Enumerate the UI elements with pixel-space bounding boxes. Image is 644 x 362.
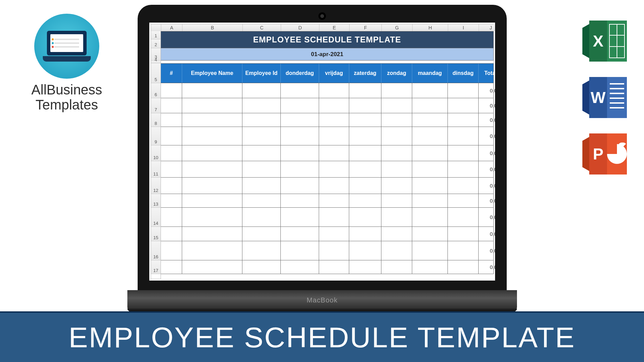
table-cell[interactable] <box>381 161 412 177</box>
table-cell[interactable] <box>182 98 242 113</box>
table-cell[interactable] <box>349 260 381 274</box>
table-cell[interactable]: 0,00 <box>479 178 495 194</box>
table-cell[interactable] <box>381 83 412 98</box>
table-cell[interactable] <box>242 83 281 98</box>
table-cell[interactable] <box>182 241 242 260</box>
table-cell[interactable] <box>182 194 242 207</box>
table-cell[interactable] <box>412 241 448 260</box>
table-cell[interactable] <box>182 113 242 127</box>
table-cell[interactable] <box>412 208 448 227</box>
table-cell[interactable] <box>448 178 479 194</box>
table-cell[interactable] <box>412 83 448 98</box>
table-cell[interactable] <box>161 83 182 98</box>
table-cell[interactable] <box>242 178 281 194</box>
table-cell[interactable] <box>319 113 349 127</box>
table-cell[interactable] <box>182 227 242 241</box>
table-cell[interactable] <box>448 208 479 227</box>
table-cell[interactable] <box>412 113 448 127</box>
table-cell[interactable] <box>242 208 281 227</box>
table-cell[interactable] <box>182 208 242 227</box>
table-cell[interactable] <box>448 161 479 177</box>
table-cell[interactable] <box>161 145 182 161</box>
table-cell[interactable]: 0,00 <box>479 83 495 98</box>
table-cell[interactable] <box>161 194 182 207</box>
table-cell[interactable] <box>381 145 412 161</box>
table-cell[interactable] <box>349 241 381 260</box>
table-cell[interactable] <box>319 227 349 241</box>
table-cell[interactable] <box>242 145 281 161</box>
table-cell[interactable] <box>281 208 319 227</box>
table-cell[interactable] <box>349 178 381 194</box>
table-cell[interactable] <box>281 98 319 113</box>
table-cell[interactable] <box>448 113 479 127</box>
table-cell[interactable] <box>319 145 349 161</box>
table-cell[interactable] <box>161 260 182 274</box>
table-cell[interactable] <box>182 178 242 194</box>
table-cell[interactable] <box>182 260 242 274</box>
table-cell[interactable] <box>412 227 448 241</box>
table-cell[interactable] <box>319 241 349 260</box>
table-cell[interactable] <box>412 98 448 113</box>
table-cell[interactable] <box>349 98 381 113</box>
table-cell[interactable]: 0,00 <box>479 227 495 241</box>
table-cell[interactable] <box>349 113 381 127</box>
table-cell[interactable] <box>448 83 479 98</box>
table-cell[interactable] <box>319 161 349 177</box>
table-cell[interactable] <box>242 194 281 207</box>
table-cell[interactable] <box>448 260 479 274</box>
table-cell[interactable] <box>242 127 281 145</box>
table-cell[interactable]: 0,00 <box>479 127 495 145</box>
table-cell[interactable] <box>349 161 381 177</box>
table-cell[interactable] <box>182 83 242 98</box>
table-cell[interactable]: 0,00 <box>479 260 495 274</box>
table-cell[interactable] <box>448 145 479 161</box>
table-cell[interactable] <box>381 178 412 194</box>
table-cell[interactable] <box>281 241 319 260</box>
table-cell[interactable] <box>349 194 381 207</box>
table-cell[interactable]: 0,00 <box>479 98 495 113</box>
table-cell[interactable] <box>161 208 182 227</box>
table-cell[interactable] <box>182 145 242 161</box>
table-cell[interactable] <box>161 227 182 241</box>
table-cell[interactable]: 0,00 <box>479 241 495 260</box>
table-cell[interactable] <box>281 113 319 127</box>
table-cell[interactable] <box>381 227 412 241</box>
table-cell[interactable] <box>349 127 381 145</box>
table-cell[interactable] <box>412 194 448 207</box>
table-cell[interactable] <box>281 83 319 98</box>
table-cell[interactable] <box>349 227 381 241</box>
table-cell[interactable] <box>319 98 349 113</box>
table-cell[interactable] <box>161 161 182 177</box>
table-cell[interactable] <box>319 178 349 194</box>
table-cell[interactable] <box>319 194 349 207</box>
table-cell[interactable] <box>242 260 281 274</box>
table-cell[interactable] <box>281 194 319 207</box>
table-cell[interactable] <box>281 127 319 145</box>
table-cell[interactable] <box>242 227 281 241</box>
table-cell[interactable] <box>381 260 412 274</box>
table-cell[interactable] <box>412 145 448 161</box>
table-cell[interactable] <box>349 83 381 98</box>
table-cell[interactable] <box>412 178 448 194</box>
table-cell[interactable] <box>381 208 412 227</box>
table-cell[interactable] <box>381 113 412 127</box>
table-cell[interactable] <box>161 127 182 145</box>
table-cell[interactable] <box>349 145 381 161</box>
table-cell[interactable] <box>281 161 319 177</box>
table-cell[interactable]: 0,00 <box>479 161 495 177</box>
table-cell[interactable] <box>319 208 349 227</box>
table-cell[interactable] <box>281 145 319 161</box>
table-cell[interactable] <box>412 260 448 274</box>
table-cell[interactable] <box>381 194 412 207</box>
table-cell[interactable] <box>448 98 479 113</box>
table-cell[interactable] <box>161 178 182 194</box>
table-cell[interactable] <box>242 98 281 113</box>
table-cell[interactable] <box>381 98 412 113</box>
table-cell[interactable] <box>281 178 319 194</box>
table-cell[interactable] <box>182 127 242 145</box>
table-cell[interactable]: 0,00 <box>479 113 495 127</box>
table-cell[interactable] <box>242 241 281 260</box>
table-cell[interactable] <box>182 161 242 177</box>
table-cell[interactable] <box>448 241 479 260</box>
table-cell[interactable] <box>161 98 182 113</box>
